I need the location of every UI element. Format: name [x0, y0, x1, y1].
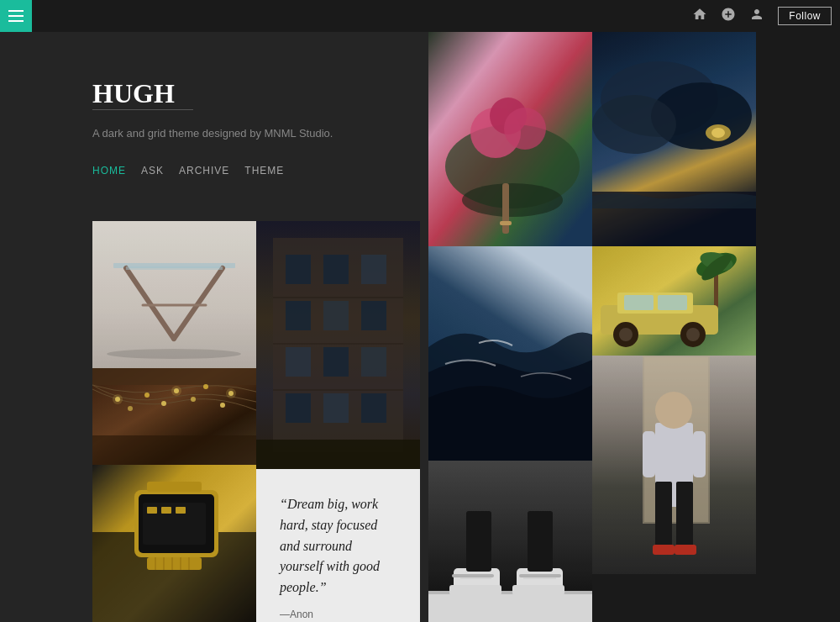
svg-rect-89: [147, 482, 202, 492]
svg-point-9: [601, 61, 718, 137]
svg-rect-63: [643, 431, 655, 477]
svg-rect-41: [592, 246, 756, 356]
image-fairy-lights[interactable]: [92, 368, 256, 465]
user-icon[interactable]: [749, 7, 764, 25]
svg-rect-0: [428, 32, 592, 246]
svg-rect-38: [273, 389, 403, 391]
svg-point-78: [226, 388, 236, 398]
svg-rect-33: [286, 393, 311, 423]
image-person-street[interactable]: [592, 356, 756, 574]
svg-rect-102: [512, 585, 564, 595]
svg-rect-97: [428, 591, 592, 594]
svg-rect-22: [256, 221, 420, 469]
svg-point-11: [592, 95, 676, 154]
image-floral-hat[interactable]: [428, 32, 592, 246]
svg-rect-7: [500, 221, 512, 225]
svg-rect-32: [361, 347, 386, 377]
svg-point-77: [171, 386, 181, 396]
svg-rect-103: [519, 574, 561, 577]
svg-rect-15: [92, 221, 256, 368]
svg-point-76: [113, 394, 123, 404]
nav-theme[interactable]: THEME: [244, 165, 284, 177]
add-icon[interactable]: [721, 7, 736, 25]
svg-point-45: [698, 250, 735, 285]
site-title: HUGH: [92, 78, 386, 109]
svg-rect-59: [676, 482, 693, 549]
svg-line-17: [126, 268, 174, 339]
svg-point-1: [445, 124, 580, 208]
topbar: Follow: [0, 0, 840, 32]
image-stormy-sky[interactable]: [592, 32, 756, 246]
image-skater[interactable]: [428, 461, 592, 622]
svg-rect-64: [693, 431, 706, 477]
svg-rect-83: [139, 494, 214, 553]
svg-point-53: [686, 328, 700, 341]
svg-point-13: [711, 128, 725, 138]
svg-point-2: [470, 108, 521, 158]
svg-point-74: [191, 397, 196, 402]
image-ocean-waves[interactable]: [428, 246, 592, 461]
svg-rect-79: [92, 435, 256, 465]
svg-rect-61: [675, 545, 696, 555]
svg-rect-37: [273, 343, 403, 345]
image-vintage-car[interactable]: [592, 246, 756, 356]
home-icon[interactable]: [692, 7, 707, 25]
svg-rect-86: [161, 507, 171, 514]
image-watch[interactable]: [92, 465, 256, 622]
svg-point-3: [490, 98, 527, 134]
svg-rect-39: [256, 440, 420, 469]
svg-point-4: [504, 108, 546, 150]
svg-rect-8: [592, 32, 756, 246]
svg-rect-80: [92, 465, 256, 622]
svg-rect-100: [452, 574, 494, 577]
svg-point-62: [655, 392, 692, 429]
svg-point-10: [651, 82, 752, 150]
svg-point-71: [228, 391, 234, 396]
nav-home[interactable]: HOME: [92, 165, 126, 177]
title-divider: [92, 109, 193, 110]
svg-rect-24: [286, 255, 311, 284]
svg-point-44: [698, 249, 735, 274]
menu-button[interactable]: [0, 0, 32, 32]
svg-point-68: [144, 393, 150, 398]
nav-ask[interactable]: ASK: [141, 165, 164, 177]
svg-rect-95: [428, 461, 592, 622]
image-building[interactable]: [256, 221, 420, 469]
svg-rect-23: [273, 238, 403, 452]
quote-attribution: —Anon: [280, 609, 396, 620]
svg-point-70: [203, 384, 208, 389]
svg-rect-30: [286, 347, 311, 377]
svg-rect-26: [361, 255, 386, 284]
svg-rect-104: [466, 511, 491, 572]
svg-point-5: [462, 183, 563, 217]
svg-rect-65: [92, 368, 256, 465]
svg-rect-47: [617, 293, 693, 314]
svg-rect-98: [454, 568, 500, 593]
svg-rect-36: [273, 297, 403, 298]
svg-rect-29: [361, 301, 386, 330]
svg-rect-42: [714, 263, 718, 330]
svg-rect-101: [517, 568, 563, 593]
svg-rect-27: [286, 301, 311, 330]
svg-rect-6: [502, 183, 509, 234]
svg-rect-105: [528, 511, 553, 572]
svg-point-51: [680, 322, 706, 347]
svg-rect-87: [176, 507, 186, 514]
image-glass-table[interactable]: [92, 221, 256, 368]
svg-point-67: [115, 397, 120, 402]
svg-rect-48: [624, 295, 654, 310]
svg-point-21: [107, 349, 241, 359]
svg-rect-40: [428, 246, 592, 461]
topbar-icons: Follow: [692, 7, 832, 25]
svg-point-12: [706, 124, 731, 141]
page-layout: Follow HUGH A dark and grid theme design…: [0, 0, 840, 622]
quote-text: “Dream big, work hard, stay focused and …: [280, 494, 396, 598]
nav-archive[interactable]: ARCHIVE: [179, 165, 229, 177]
follow-button[interactable]: Follow: [778, 7, 832, 25]
svg-rect-60: [653, 545, 675, 555]
svg-point-75: [220, 403, 225, 408]
svg-rect-82: [134, 490, 218, 557]
svg-rect-55: [643, 356, 710, 524]
svg-rect-58: [655, 482, 672, 549]
svg-rect-54: [592, 356, 756, 574]
